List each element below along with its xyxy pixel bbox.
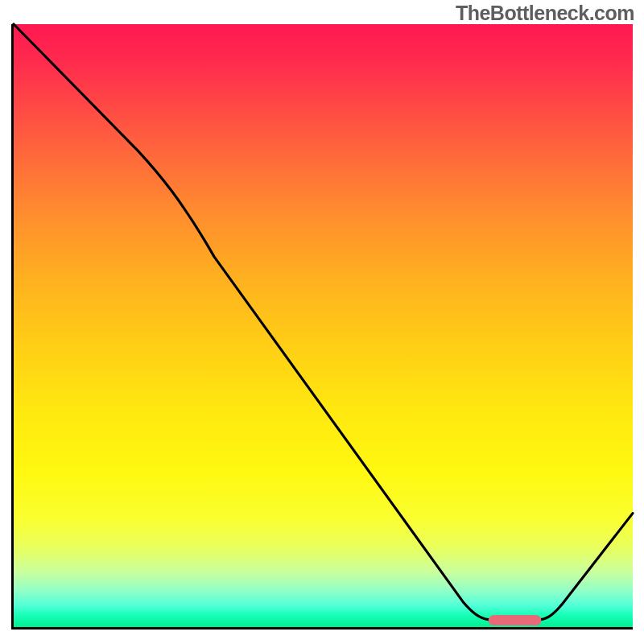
bottleneck-curve-line [14,24,633,620]
optimal-marker [489,615,542,625]
chart-plot-area [11,24,633,630]
chart-line-layer [14,24,633,627]
watermark-text: TheBottleneck.com [456,2,634,25]
